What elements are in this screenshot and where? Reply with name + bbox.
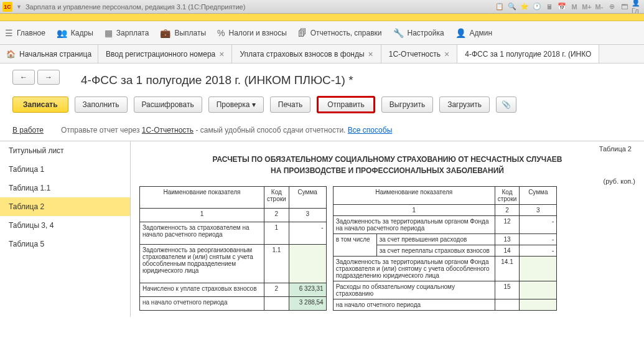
table-label: Таблица 2: [599, 145, 632, 153]
tab-label: 4-ФСС за 1 полугодие 2018 г. (ИНКО: [465, 50, 591, 59]
table-row: Задолженность за территориальным органом…: [333, 216, 557, 234]
close-icon[interactable]: ×: [444, 49, 449, 59]
report-title: РАСЧЕТЫ ПО ОБЯЗАТЕЛЬНОМУ СОЦИАЛЬНОМУ СТР…: [139, 155, 635, 164]
menu-label: Зарплата: [116, 29, 149, 37]
dropdown-icon[interactable]: ▼: [16, 4, 22, 10]
window-title: Зарплата и управление персоналом, редакц…: [26, 3, 245, 11]
toolbar-icon[interactable]: ⭐: [520, 2, 530, 12]
window-icon[interactable]: 🗔: [619, 2, 629, 12]
menu-item[interactable]: 💼Выплаты: [160, 28, 206, 38]
menu-icon: 🗐: [298, 28, 307, 38]
toolbar-icon[interactable]: 📋: [495, 2, 505, 12]
toolbar-icon[interactable]: 🔍: [507, 2, 517, 12]
menu-item[interactable]: ☰Главное: [5, 28, 45, 38]
mplus-button[interactable]: M+: [582, 2, 592, 12]
import-button[interactable]: Загрузить: [439, 97, 490, 113]
tab[interactable]: 1С-Отчетность×: [381, 45, 457, 63]
table-row: на начало отчетного периода3 288,54: [140, 297, 327, 311]
sidebar-item[interactable]: Таблица 1.1: [0, 179, 130, 197]
close-icon[interactable]: ×: [219, 49, 224, 59]
sidebar-item[interactable]: Таблица 2: [0, 197, 130, 216]
yellow-strip: [0, 14, 644, 21]
all-methods-link[interactable]: Все способы: [348, 126, 393, 134]
status-link[interactable]: В работе: [12, 126, 44, 134]
table-row: на начало отчетного периода: [333, 299, 557, 311]
table-row: Задолженность за территориальным органом…: [333, 257, 557, 281]
menu-icon: 👤: [455, 28, 466, 38]
menu-item[interactable]: %Налоги и взносы: [217, 28, 287, 38]
mminus-button[interactable]: M-: [594, 2, 604, 12]
save-button[interactable]: Записать: [12, 97, 68, 113]
menu-label: Выплаты: [174, 29, 206, 37]
user-icon[interactable]: 👤Гл: [632, 2, 642, 12]
attach-button[interactable]: 📎: [496, 97, 516, 113]
menu-label: Главное: [17, 29, 45, 37]
right-table: Наименование показателя Код строки Сумма…: [333, 186, 558, 311]
calendar-icon[interactable]: 📅: [557, 2, 567, 12]
menu-label: Кадры: [71, 29, 93, 37]
menu-icon: ☰: [5, 28, 13, 38]
report-area: Таблица 2 РАСЧЕТЫ ПО ОБЯЗАТЕЛЬНОМУ СОЦИА…: [131, 141, 644, 317]
back-button[interactable]: ←: [12, 70, 35, 85]
export-button[interactable]: Выгрузить: [381, 97, 434, 113]
sidebar-item[interactable]: Таблица 5: [0, 235, 130, 253]
fill-button[interactable]: Заполнить: [75, 97, 128, 113]
menu-icon: %: [217, 28, 225, 38]
tab-label: Уплата страховых взносов в фонды: [240, 50, 364, 59]
calc-icon[interactable]: 🖩: [544, 2, 554, 12]
tab[interactable]: 🏠Начальная страница: [0, 45, 98, 63]
menu-icon: ▦: [105, 28, 113, 38]
page-title: 4-ФСС за 1 полугодие 2018 г. (ИНКОМ ПЛЮС…: [81, 73, 632, 87]
check-button[interactable]: Проверка ▾: [208, 97, 264, 113]
sidebar-item[interactable]: Таблицы 3, 4: [0, 216, 130, 235]
decode-button[interactable]: Расшифровать: [134, 97, 202, 113]
window-icon[interactable]: ⊕: [607, 2, 617, 12]
tab[interactable]: Ввод регистрационного номера×: [98, 45, 232, 63]
section-sidebar: Титульный листТаблица 1Таблица 1.1Таблиц…: [0, 141, 131, 317]
close-icon[interactable]: ×: [368, 49, 373, 59]
menu-item[interactable]: 🔧Настройка: [393, 28, 444, 38]
report-subtitle: НА ПРОИЗВОДСТВЕ И ПРОФЕССИОНАЛЬНЫХ ЗАБОЛ…: [139, 166, 635, 175]
tab-label: 1С-Отчетность: [389, 50, 441, 59]
menu-label: Админ: [470, 29, 493, 37]
print-button[interactable]: Печать: [270, 97, 310, 113]
table-row: в том числеза счет превышения расходов13…: [333, 234, 557, 245]
menu-item[interactable]: 👥Кадры: [57, 28, 93, 38]
menu-label: Отчетность, справки: [310, 29, 382, 37]
left-table: Наименование показателя Код строки Сумма…: [139, 186, 327, 311]
menu-item[interactable]: 🗐Отчетность, справки: [298, 28, 382, 38]
tab[interactable]: Уплата страховых взносов в фонды×: [232, 45, 381, 63]
forward-button[interactable]: →: [37, 70, 60, 85]
home-icon: 🏠: [6, 50, 16, 59]
m-button[interactable]: M: [569, 2, 579, 12]
tab[interactable]: 4-ФСС за 1 полугодие 2018 г. (ИНКО: [457, 45, 599, 63]
menu-label: Налоги и взносы: [229, 29, 287, 37]
table-row: Расходы по обязательному социальному стр…: [333, 281, 557, 299]
sidebar-item[interactable]: Титульный лист: [0, 141, 130, 160]
info-text: Отправьте отчет через 1С-Отчетность - са…: [61, 126, 392, 134]
menu-item[interactable]: ▦Зарплата: [105, 28, 149, 38]
menu-label: Настройка: [408, 29, 444, 37]
tab-label: Начальная страница: [19, 50, 91, 59]
menu-icon: 💼: [160, 28, 170, 38]
tab-label: Ввод регистрационного номера: [106, 50, 215, 59]
sidebar-item[interactable]: Таблица 1: [0, 160, 130, 179]
send-button[interactable]: Отправить: [317, 96, 375, 113]
toolbar-icon[interactable]: 🕐: [532, 2, 542, 12]
table-row: Задолженность за страхователем на начало…: [140, 222, 327, 244]
menu-icon: 👥: [57, 28, 67, 38]
menu-item[interactable]: 👤Админ: [455, 28, 493, 38]
unit-label: (руб. коп.): [139, 177, 635, 185]
app-logo: 1С: [2, 2, 12, 12]
reporting-link[interactable]: 1С-Отчетность: [142, 126, 194, 134]
menu-icon: 🔧: [393, 28, 404, 38]
table-row: Начислено к уплате страховых взносов26 3…: [140, 283, 327, 297]
table-row: Задолженность за реорганизованным страхо…: [140, 244, 327, 283]
